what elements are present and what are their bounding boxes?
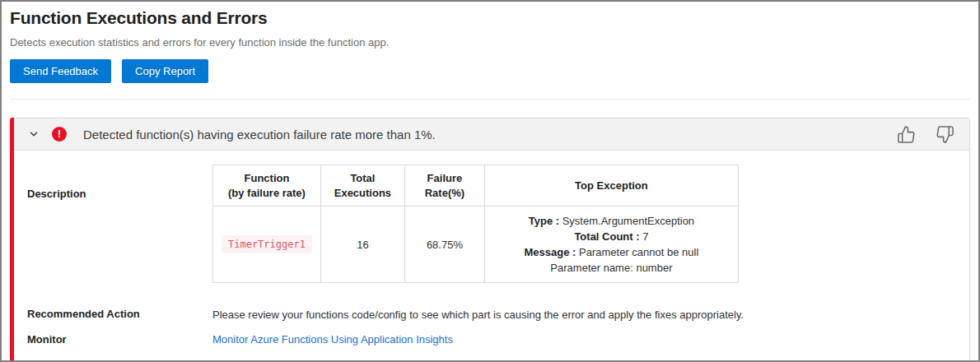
failure-table: Function (by failure rate) Total Executi… [212,165,739,283]
column-header-failure-rate: Failure Rate(%) [404,165,484,207]
send-feedback-button[interactable]: Send Feedback [10,59,111,83]
page-subtitle: Detects execution statistics and errors … [10,36,970,49]
exception-type-line: Type : System.ArgumentException [493,213,730,229]
chevron-down-icon[interactable] [28,128,40,140]
recommended-action-text: Please review your functions code/config… [212,308,744,321]
column-header-total-executions: Total Executions [320,165,404,207]
table-row: TimerTrigger1 16 68.75% Type : System.Ar… [213,207,739,283]
page-header: Function Executions and Errors Detects e… [10,8,970,83]
thumbs-down-icon[interactable] [936,125,954,144]
recommended-action-label: Recommended Action [27,308,212,321]
function-name-badge: TimerTrigger1 [222,235,312,253]
insight-card: ! Detected function(s) having execution … [10,118,970,362]
column-header-function: Function (by failure rate) [213,165,321,207]
monitor-section: Monitor Monitor Azure Functions Using Ap… [27,333,953,346]
insight-banner-text: Detected function(s) having execution fa… [83,128,436,142]
page: Function Executions and Errors Detects e… [2,2,978,362]
monitor-link[interactable]: Monitor Azure Functions Using Applicatio… [212,333,453,346]
exception-message-line: Message : Parameter cannot be null [493,244,730,260]
column-header-top-exception: Top Exception [484,165,738,207]
insight-banner[interactable]: ! Detected function(s) having execution … [11,118,969,151]
copy-report-button[interactable]: Copy Report [122,59,208,83]
failure-rate-cell: 68.75% [404,207,484,283]
exception-count-line: Total Count : 7 [493,229,730,244]
button-row: Send Feedback Copy Report [10,59,970,83]
table-header-row: Function (by failure rate) Total Executi… [213,165,739,207]
function-cell: TimerTrigger1 [213,207,321,283]
description-label: Description [27,165,212,283]
severity-accent-bar [10,118,14,362]
exception-message-extra-line: Parameter name: number [493,260,730,276]
top-exception-cell: Type : System.ArgumentException Total Co… [484,207,738,283]
total-executions-cell: 16 [320,207,404,283]
section-divider [10,99,970,100]
insight-body: Description Function (by failure rate) T… [11,151,969,362]
error-icon: ! [52,127,67,142]
thumbs-up-icon[interactable] [897,125,916,144]
recommended-action-section: Recommended Action Please review your fu… [27,308,953,321]
description-section: Description Function (by failure rate) T… [27,165,953,283]
page-title: Function Executions and Errors [10,8,970,28]
monitor-label: Monitor [27,333,212,346]
